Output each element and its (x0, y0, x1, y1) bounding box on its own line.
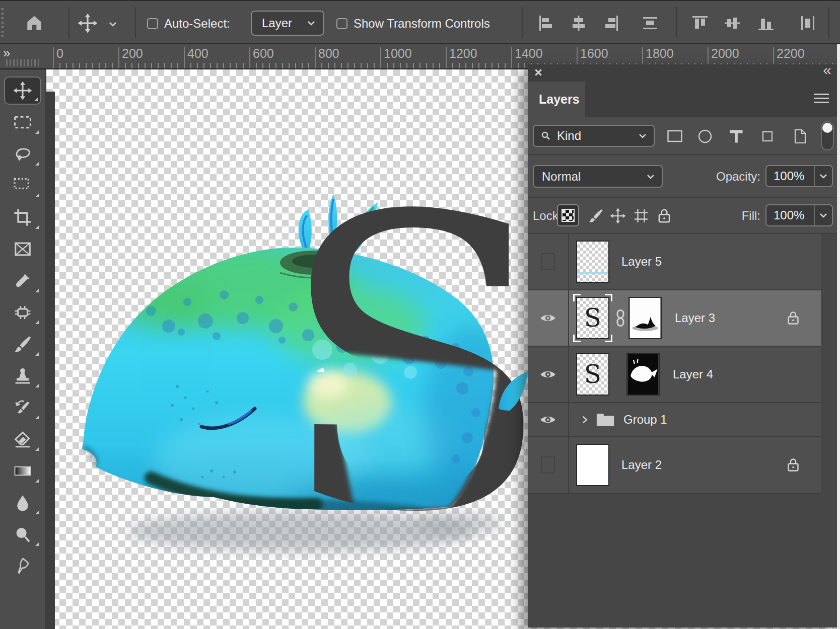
spot-healing-brush-tool[interactable] (4, 298, 41, 327)
move-tool[interactable] (4, 76, 41, 105)
lock-row: Lock: Fill: 100% (528, 198, 837, 234)
layer-mask-thumbnail[interactable] (628, 297, 662, 339)
gradient-tool[interactable] (4, 457, 41, 485)
pen-tool[interactable] (4, 552, 41, 580)
history-brush-tool-icon (13, 398, 32, 417)
brush-icon (588, 208, 604, 224)
auto-select-checkbox[interactable]: Auto-Select: (147, 17, 230, 31)
panel-menu-icon[interactable] (814, 94, 829, 105)
lock-image-pixels-button[interactable] (585, 206, 606, 226)
type-layer-filter-button[interactable] (726, 127, 746, 146)
eye-icon (539, 368, 556, 380)
eraser-tool-icon (13, 430, 32, 449)
rectangular-marquee-tool[interactable] (4, 108, 41, 136)
tab-layers[interactable]: Layers (528, 82, 585, 117)
lock-transparent-pixels-button[interactable] (557, 204, 579, 226)
lock-position-button[interactable] (607, 206, 628, 226)
distribute-horizontal-centers-button[interactable] (796, 12, 819, 35)
close-panel-icon[interactable] (534, 68, 543, 77)
dodge-tool[interactable] (4, 520, 41, 548)
tool-preset-chevron[interactable] (106, 17, 120, 31)
align-top-edges-button[interactable] (688, 12, 712, 35)
blend-mode-value: Normal (542, 170, 581, 184)
object-selection-tool[interactable] (4, 172, 41, 200)
visibility-toggle[interactable] (528, 290, 569, 346)
panel-top-bar: « (528, 64, 837, 82)
folder-icon (595, 412, 615, 427)
toolbar-expand-button[interactable]: » (3, 45, 9, 61)
auto-select-value: Layer (262, 16, 292, 30)
pixel-layer-filter-icon (667, 128, 683, 144)
blend-mode-dropdown[interactable]: Normal (533, 165, 663, 188)
visibility-toggle[interactable] (528, 347, 569, 402)
distribute-horizontal-centers-icon (799, 14, 817, 32)
align-bottom-edges-button[interactable] (754, 12, 778, 35)
layer-thumbnail[interactable] (576, 444, 609, 486)
group-expand-chevron[interactable] (580, 415, 589, 424)
opacity-input[interactable]: 100% (765, 165, 833, 187)
frame-tool[interactable] (4, 235, 41, 263)
layer-mask-thumbnail[interactable] (626, 353, 660, 396)
layer-name: Layer 2 (621, 458, 662, 472)
show-transform-checkbox[interactable]: Show Transform Controls (336, 17, 490, 31)
layer-thumbnail[interactable] (576, 241, 609, 283)
history-brush-tool[interactable] (4, 394, 41, 422)
ruler-label: 800 (318, 46, 339, 61)
clone-stamp-tool-icon (13, 366, 32, 385)
toolstrip-grip[interactable] (6, 59, 39, 66)
adjustment-layer-filter-button[interactable] (695, 127, 715, 146)
panel-tab-row: Layers (528, 82, 837, 117)
layer-row-group-1[interactable]: Group 1 (528, 403, 821, 437)
type-layer-filter-icon (728, 128, 744, 144)
filter-kind-dropdown[interactable]: Kind (533, 125, 655, 147)
pixel-layer-filter-button[interactable] (665, 127, 685, 146)
collapse-panel-icon[interactable]: « (823, 61, 830, 78)
filter-toggle[interactable] (821, 121, 834, 150)
adjustment-layer-filter-icon (697, 128, 713, 144)
visibility-toggle[interactable] (528, 234, 569, 289)
layer-row-layer-5[interactable]: Layer 5 (528, 234, 821, 290)
ruler-label: 0 (56, 46, 63, 61)
distribute-vertical-centers-button[interactable] (639, 12, 662, 35)
current-tool-move-button[interactable] (77, 12, 99, 34)
layer-thumbnail[interactable]: S (576, 353, 609, 396)
layer-row-layer-3[interactable]: SLayer 3 (528, 290, 821, 347)
rectangular-marquee-tool-icon (13, 113, 32, 132)
lock-all-button[interactable] (654, 206, 675, 226)
move-icon (78, 13, 98, 33)
visibility-toggle[interactable] (528, 403, 569, 436)
auto-select-target-dropdown[interactable]: Layer (251, 11, 324, 36)
crop-tool[interactable] (4, 203, 41, 231)
eyedropper-tool[interactable] (4, 267, 41, 295)
layer-row-layer-2[interactable]: Layer 2 (528, 437, 821, 494)
options-bar-grip[interactable] (2, 8, 4, 38)
align-bottom-edges-icon (757, 14, 775, 32)
blur-tool[interactable] (4, 489, 41, 517)
align-vertical-centers-button[interactable] (721, 12, 744, 35)
eraser-tool[interactable] (4, 425, 41, 453)
thumbnail-letter: S (584, 305, 601, 331)
lasso-tool-icon (13, 144, 32, 164)
mask-link-icon[interactable] (615, 309, 626, 327)
align-left-edges-button[interactable] (535, 12, 558, 35)
home-button[interactable] (22, 11, 46, 35)
thumbnail-letter: S (584, 362, 601, 387)
lasso-tool[interactable] (4, 140, 41, 168)
layer-row-layer-4[interactable]: SLayer 4 (528, 347, 821, 403)
brush-tool[interactable] (4, 330, 41, 358)
visibility-toggle[interactable] (528, 437, 569, 493)
selected-thumbnail-frame: S (573, 294, 612, 342)
lock-artboard-button[interactable] (631, 206, 652, 226)
shape-layer-filter-button[interactable] (757, 127, 778, 146)
smart-object-filter-button[interactable] (790, 127, 810, 146)
shape-layer-filter-icon (759, 128, 776, 144)
clone-stamp-tool[interactable] (4, 362, 41, 390)
brush-tool-icon (13, 335, 32, 354)
align-right-edges-button[interactable] (599, 12, 622, 35)
fill-input[interactable]: 100% (765, 204, 833, 226)
home-icon (24, 13, 44, 33)
chevron-down-icon (638, 131, 648, 141)
align-horizontal-centers-button[interactable] (567, 12, 590, 35)
gradient-tool-icon (13, 461, 32, 481)
layer-thumbnail[interactable]: S (576, 297, 609, 339)
